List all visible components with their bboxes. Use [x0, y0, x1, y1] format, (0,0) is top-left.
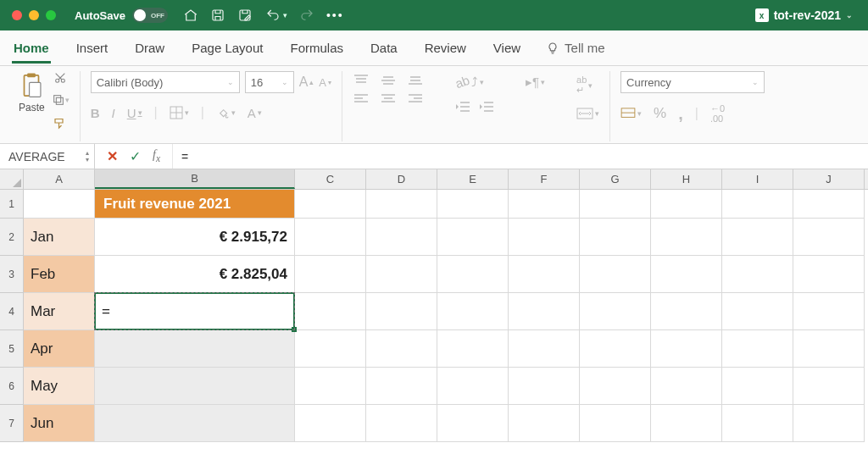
cell[interactable] — [722, 368, 793, 405]
tab-page-layout[interactable]: Page Layout — [190, 32, 264, 64]
cell[interactable] — [580, 190, 651, 219]
cell[interactable] — [651, 330, 722, 368]
cell[interactable] — [295, 190, 366, 219]
cell-A5[interactable]: Apr — [24, 330, 95, 368]
row-header[interactable]: 7 — [0, 405, 24, 442]
save-icon[interactable] — [210, 8, 225, 23]
cell[interactable] — [366, 405, 437, 442]
cell[interactable] — [366, 256, 437, 293]
increase-decimal-button[interactable]: ←0.00 — [710, 103, 725, 124]
underline-button[interactable]: U ▾ — [127, 106, 142, 120]
cell[interactable] — [793, 330, 865, 368]
cell[interactable] — [722, 256, 793, 293]
align-center-icon[interactable] — [380, 93, 397, 105]
copy-icon[interactable]: ▾ — [52, 93, 70, 107]
cell[interactable] — [793, 293, 865, 330]
cell[interactable] — [509, 368, 580, 405]
font-color-button[interactable]: A ▾ — [248, 106, 262, 120]
cell[interactable] — [437, 256, 509, 293]
cut-icon[interactable] — [52, 71, 70, 85]
cell-A6[interactable]: May — [24, 368, 95, 405]
cell[interactable] — [366, 190, 437, 219]
format-painter-icon[interactable] — [52, 115, 70, 130]
redo-icon[interactable] — [299, 8, 314, 23]
tab-data[interactable]: Data — [369, 32, 399, 64]
cell[interactable] — [793, 219, 865, 256]
autosave-control[interactable]: AutoSave OFF — [75, 8, 168, 23]
font-name-combo[interactable]: Calibri (Body)⌄ — [91, 71, 240, 93]
cell[interactable] — [437, 293, 509, 330]
confirm-formula-button[interactable]: ✓ — [130, 148, 141, 164]
cell-A7[interactable]: Jun — [24, 405, 95, 442]
cell[interactable] — [509, 293, 580, 330]
cell-B3[interactable]: € 2.825,04 — [95, 256, 295, 293]
increase-font-icon[interactable]: A▴ — [299, 75, 314, 90]
comma-button[interactable]: , — [678, 104, 683, 124]
cell-B4[interactable]: = — [95, 293, 295, 330]
cell[interactable] — [651, 368, 722, 405]
cell[interactable] — [722, 219, 793, 256]
cell[interactable] — [437, 330, 509, 368]
cell-A3[interactable]: Feb — [24, 256, 95, 293]
more-icon[interactable]: ••• — [326, 8, 344, 22]
cell[interactable] — [793, 190, 865, 219]
autosave-toggle[interactable]: OFF — [132, 8, 168, 23]
tab-home[interactable]: Home — [12, 32, 51, 64]
maximize-window-button[interactable] — [46, 10, 56, 20]
align-middle-icon[interactable] — [380, 75, 397, 86]
cell[interactable] — [509, 330, 580, 368]
cell[interactable] — [295, 219, 366, 256]
bold-button[interactable]: B — [91, 106, 100, 120]
row-header[interactable]: 1 — [0, 190, 24, 219]
cell[interactable] — [651, 256, 722, 293]
cell[interactable] — [366, 219, 437, 256]
cell[interactable] — [651, 219, 722, 256]
cell[interactable] — [295, 368, 366, 405]
cell[interactable] — [509, 219, 580, 256]
cell[interactable] — [580, 330, 651, 368]
align-right-icon[interactable] — [407, 93, 424, 105]
cell-A2[interactable]: Jan — [24, 219, 95, 256]
cell[interactable] — [580, 293, 651, 330]
paste-icon[interactable] — [19, 71, 44, 100]
home-icon[interactable] — [183, 8, 198, 23]
cell[interactable] — [509, 190, 580, 219]
font-size-combo[interactable]: 16⌄ — [245, 71, 294, 93]
borders-button[interactable]: ▾ — [170, 106, 189, 119]
cell[interactable] — [437, 219, 509, 256]
increase-indent-icon[interactable] — [479, 101, 494, 113]
tell-me[interactable]: Tell me — [546, 41, 605, 55]
decrease-font-icon[interactable]: A▾ — [319, 76, 331, 89]
align-top-icon[interactable] — [353, 75, 370, 86]
cell-B1[interactable]: Fruit revenue 2021 — [95, 190, 295, 219]
wrap-text-button[interactable]: ab↵ ▾ — [576, 75, 599, 96]
cell-B5[interactable] — [95, 330, 295, 368]
document-name[interactable]: x tot-rev-2021 ⌄ — [755, 8, 853, 22]
number-format-combo[interactable]: Currency⌄ — [620, 71, 765, 93]
row-header[interactable]: 2 — [0, 219, 24, 256]
col-header-F[interactable]: F — [509, 169, 580, 189]
align-left-icon[interactable] — [353, 93, 370, 105]
spreadsheet-grid[interactable]: A B C D E F G H I J 1Fruit revenue 20212… — [0, 169, 868, 442]
col-header-I[interactable]: I — [722, 169, 793, 189]
rtl-button[interactable]: ▸¶ ▾ — [526, 75, 545, 90]
decrease-indent-icon[interactable] — [455, 101, 470, 113]
save-as-icon[interactable] — [237, 8, 253, 23]
cell[interactable] — [722, 293, 793, 330]
cell[interactable] — [651, 405, 722, 442]
cell-B6[interactable] — [95, 368, 295, 405]
fill-color-button[interactable]: ▾ — [216, 106, 236, 119]
cell[interactable] — [580, 368, 651, 405]
merge-button[interactable]: ▾ — [576, 108, 599, 119]
col-header-J[interactable]: J — [793, 169, 865, 189]
cell[interactable] — [580, 219, 651, 256]
cell[interactable] — [295, 405, 366, 442]
tab-formulas[interactable]: Formulas — [288, 32, 345, 64]
col-header-B[interactable]: B — [95, 169, 295, 189]
col-header-G[interactable]: G — [580, 169, 651, 189]
col-header-A[interactable]: A — [24, 169, 95, 189]
cell[interactable] — [793, 405, 865, 442]
minimize-window-button[interactable] — [29, 10, 39, 20]
cell-A4[interactable]: Mar — [24, 293, 95, 330]
cell[interactable] — [437, 190, 509, 219]
